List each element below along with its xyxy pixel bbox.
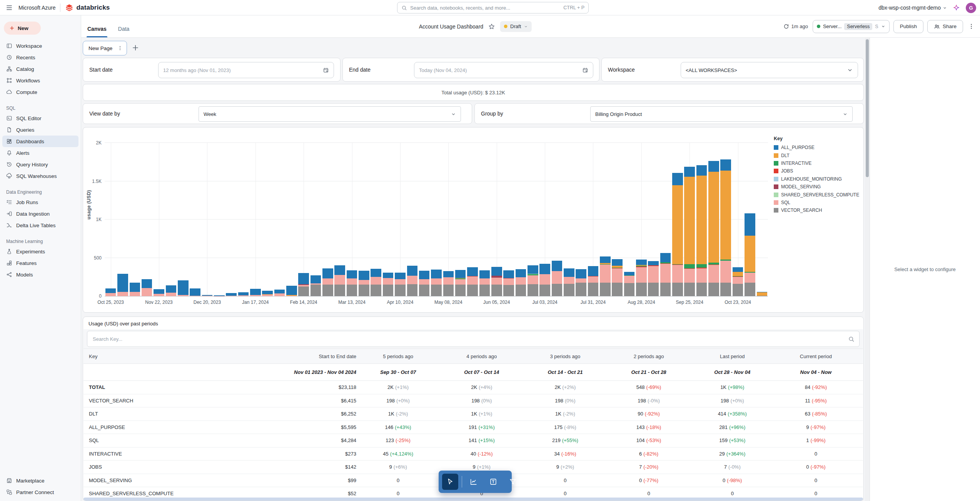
bar-oct-09-2024[interactable] — [708, 143, 719, 296]
bar-oct-23-2024[interactable] — [733, 143, 743, 296]
bar-jun-26-2024[interactable] — [528, 143, 538, 296]
end-date-input[interactable]: Today (Nov 04, 2024) — [414, 62, 593, 78]
sidebar-item-recents[interactable]: Recents — [2, 52, 78, 63]
canvas-scrollbar-track[interactable] — [865, 38, 870, 501]
bar-jan-10-2024[interactable] — [238, 143, 249, 296]
sidebar-item-dashboards[interactable]: Dashboards — [2, 136, 78, 147]
add-text-button[interactable] — [485, 474, 501, 490]
legend-item-jobs[interactable]: JOBS — [774, 167, 860, 175]
group-by-select[interactable]: Billing Origin Product — [590, 106, 853, 122]
bar-jan-24-2024[interactable] — [262, 143, 273, 296]
bar-jul-17-2024[interactable] — [564, 143, 574, 296]
kebab-menu-icon[interactable] — [967, 20, 975, 33]
bar-jun-12-2024[interactable] — [503, 143, 514, 296]
bar-feb-28-2024[interactable] — [322, 143, 333, 296]
bar-feb-14-2024[interactable] — [298, 143, 309, 296]
workspace-switcher[interactable]: dbx-wsp-cost-mgmt-demo — [878, 5, 947, 11]
sidebar-item-models[interactable]: Models — [2, 269, 78, 280]
bar-may-29-2024[interactable] — [479, 143, 490, 296]
bar-sep-04-2024[interactable] — [648, 143, 659, 296]
bar-jun-05-2024[interactable] — [491, 143, 502, 296]
sidebar-item-features[interactable]: Features — [2, 257, 78, 269]
search-icon[interactable] — [848, 336, 855, 342]
canvas-scrollbar-thumb[interactable] — [866, 39, 869, 177]
column-header-4-periods-ago[interactable]: 4 periods ago — [440, 354, 523, 359]
column-header-last-period[interactable]: Last period — [691, 354, 774, 359]
bar-mar-27-2024[interactable] — [371, 143, 381, 296]
table-row-sql[interactable]: SQL$4,284123(-25%)141(+15%)219(+55%)104(… — [83, 434, 863, 447]
table-search-input[interactable] — [87, 331, 859, 347]
bar-jan-03-2024[interactable] — [226, 143, 237, 296]
column-header-2-periods-ago[interactable]: 2 periods ago — [607, 354, 691, 359]
add-page-icon[interactable] — [132, 44, 139, 52]
column-header-5-periods-ago[interactable]: 5 periods ago — [356, 354, 440, 359]
table-row-vector-search[interactable]: VECTOR_SEARCH$6,415198(+0%)198(0%)198(0%… — [83, 394, 863, 408]
bar-may-08-2024[interactable] — [443, 143, 454, 296]
legend-item-vector-search[interactable]: VECTOR_SEARCH — [774, 206, 860, 214]
publish-button[interactable]: Publish — [893, 20, 923, 33]
tab-canvas[interactable]: Canvas — [87, 26, 107, 37]
bar-oct-02-2024[interactable] — [696, 143, 707, 296]
legend-item-shared-serverless-compute[interactable]: SHARED_SERVERLESS_COMPUTE — [774, 191, 860, 198]
bar-aug-21-2024[interactable] — [624, 143, 635, 296]
bar-sep-18-2024[interactable] — [672, 143, 683, 296]
bar-apr-17-2024[interactable] — [407, 143, 418, 296]
bar-nov-15-2023[interactable] — [142, 143, 152, 296]
workspace-filter-select[interactable]: <ALL WORKSPACES> — [681, 62, 858, 78]
bar-dec-06-2023[interactable] — [178, 143, 189, 296]
bar-feb-21-2024[interactable] — [311, 143, 321, 296]
select-cursor-button[interactable] — [442, 474, 458, 490]
bar-nov-01-2023[interactable] — [117, 143, 128, 296]
global-search-input[interactable]: Search data, notebooks, recents, and mor… — [397, 2, 589, 13]
bar-dec-27-2023[interactable] — [214, 143, 225, 296]
new-page-tab[interactable]: New Page — [83, 41, 127, 55]
sidebar-item-partner-connect[interactable]: Partner Connect — [2, 486, 78, 498]
share-button[interactable]: Share — [927, 20, 963, 33]
bar-sep-25-2024[interactable] — [684, 143, 695, 296]
column-header-current-period[interactable]: Current period — [774, 354, 858, 359]
legend-item-model-serving[interactable]: MODEL_SERVING — [774, 183, 860, 191]
legend-item-sql[interactable]: SQL — [774, 199, 860, 206]
bar-aug-14-2024[interactable] — [612, 143, 623, 296]
bar-nov-04-2024[interactable] — [757, 143, 768, 296]
bar-jul-24-2024[interactable] — [576, 143, 586, 296]
legend-item-dlt[interactable]: DLT — [774, 151, 860, 159]
column-header-3-periods-ago[interactable]: 3 periods ago — [523, 354, 607, 359]
bar-may-15-2024[interactable] — [455, 143, 466, 296]
usage-chart-widget[interactable]: usage (USD) 05001K1.5K2KOct 25, 2023Nov … — [83, 127, 864, 313]
sidebar-item-workspace[interactable]: Workspace — [2, 40, 78, 52]
assistant-sparkle-icon[interactable] — [952, 4, 960, 12]
add-chart-button[interactable] — [466, 474, 482, 490]
databricks-logo[interactable]: databricks — [65, 3, 110, 12]
bar-oct-25-2023[interactable] — [105, 143, 116, 296]
bar-aug-28-2024[interactable] — [636, 143, 647, 296]
bar-jul-03-2024[interactable] — [539, 143, 550, 296]
sidebar-item-marketplace[interactable]: Marketplace — [2, 475, 78, 486]
bar-jul-31-2024[interactable] — [588, 143, 599, 296]
bar-aug-07-2024[interactable] — [600, 143, 611, 296]
bar-mar-13-2024[interactable] — [347, 143, 357, 296]
refresh-control[interactable]: 1m ago — [783, 23, 808, 29]
bar-nov-22-2023[interactable] — [154, 143, 164, 296]
sidebar-item-sql-editor[interactable]: SQL Editor — [2, 112, 78, 124]
column-header-start-to-end-date[interactable]: Start to End date — [262, 354, 356, 359]
bar-mar-06-2024[interactable] — [334, 143, 345, 296]
bar-apr-10-2024[interactable] — [395, 143, 406, 296]
tab-data[interactable]: Data — [117, 26, 130, 37]
sidebar-item-compute[interactable]: Compute — [2, 86, 78, 98]
add-filter-button[interactable] — [505, 474, 521, 490]
column-header-key[interactable]: Key — [89, 354, 262, 359]
bar-dec-20-2023[interactable] — [202, 143, 213, 296]
bar-dec-13-2023[interactable] — [190, 143, 200, 296]
bar-mar-20-2024[interactable] — [359, 143, 369, 296]
sidebar-item-catalog[interactable]: Catalog — [2, 63, 78, 75]
sidebar-item-sql-warehouses[interactable]: SQL Warehouses — [2, 170, 78, 182]
start-date-input[interactable]: 12 months ago (Nov 01, 2023) — [158, 62, 334, 78]
table-row-interactive[interactable]: INTERACTIVE$27345(+4,124%)40(-12%)34(-16… — [83, 447, 863, 461]
bar-may-01-2024[interactable] — [431, 143, 442, 296]
legend-item-interactive[interactable]: INTERACTIVE — [774, 159, 860, 167]
bar-may-22-2024[interactable] — [467, 143, 478, 296]
view-date-by-select[interactable]: Week — [199, 106, 461, 122]
table-horizontal-scrollbar[interactable] — [83, 498, 863, 501]
compute-selector[interactable]: Server... Serverless S — [813, 20, 890, 33]
